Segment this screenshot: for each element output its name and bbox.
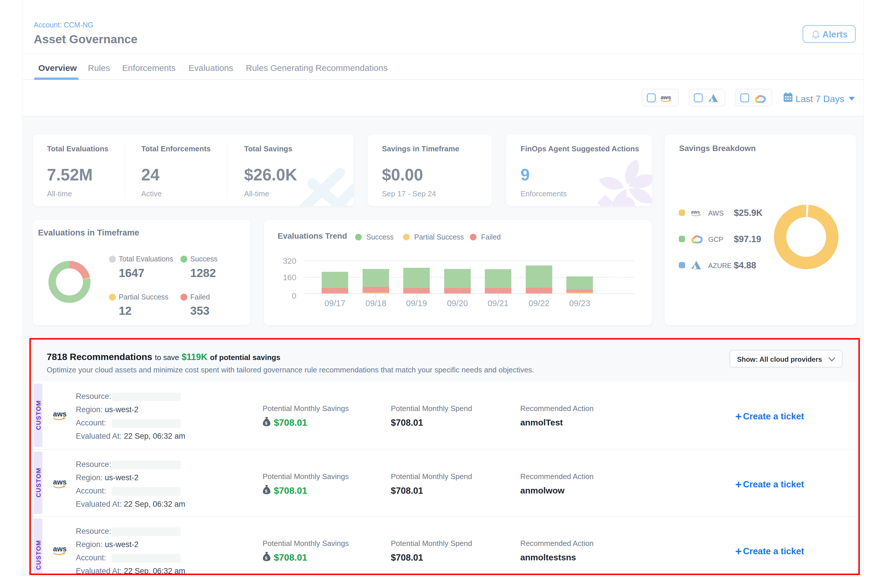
svg-text:aws: aws	[691, 209, 700, 214]
svg-text:aws: aws	[661, 94, 671, 100]
